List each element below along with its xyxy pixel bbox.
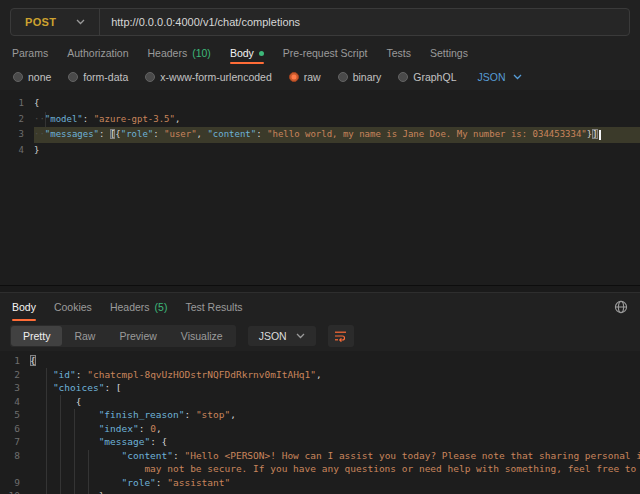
response-tab-test-results[interactable]: Test Results [185,293,242,321]
code-text: { [34,96,640,112]
view-tab-visualize[interactable]: Visualize [169,326,235,346]
code-line: 10 } [0,489,640,494]
line-number: 10 [0,489,30,494]
body-mode-selector: noneform-datax-www-form-urlencodedrawbin… [0,64,640,90]
response-tab-cookies[interactable]: Cookies [54,293,92,321]
code-token: , [175,114,180,124]
tab-label: Headers [147,47,187,59]
method-selector[interactable]: POST [11,16,99,28]
code-token: "Hello <PERSON>! How can I assist you to… [184,450,640,461]
body-mode-label: GraphQL [413,71,456,83]
body-mode-label: form-data [83,71,128,83]
line-number [0,462,30,476]
code-token: "model" [45,114,83,124]
tab-tests[interactable]: Tests [386,42,411,64]
tab-count-badge: (5) [155,301,168,313]
body-mode-label: x-www-form-urlencoded [160,71,271,83]
code-token: "azure-gpt-3.5" [94,114,175,124]
body-mode-binary[interactable]: binary [338,71,382,83]
code-token: "choices" [53,382,104,393]
tab-settings[interactable]: Settings [430,42,468,64]
postman-window: POST http://0.0.0.0:4000/v1/chat/complet… [0,0,640,494]
response-tabs: BodyCookiesHeaders(5)Test Results [12,293,243,321]
tab-label: Cookies [54,301,92,313]
tab-label: Pre-request Script [283,47,368,59]
code-line: 9 "role": "assistant" [0,476,640,490]
response-view-tabs: PrettyRawPreviewVisualize [10,325,236,347]
response-tab-headers[interactable]: Headers(5) [110,293,168,321]
view-tab-pretty[interactable]: Pretty [11,326,62,346]
language-dropdown[interactable]: JSON [477,71,521,83]
response-format-dropdown[interactable]: JSON [248,326,316,346]
code-token: { [30,396,81,407]
tab-authorization[interactable]: Authorization [67,42,128,64]
code-text: "index": 0, [30,422,640,436]
code-line: 6 "index": 0, [0,422,640,436]
network-info-button[interactable] [614,300,628,314]
radio-icon [68,72,78,82]
response-toolbar: PrettyRawPreviewVisualize JSON [0,321,640,351]
code-text: "finish_reason": "stop", [30,408,640,422]
code-text: } [34,143,640,159]
code-text: "message": { [30,435,640,449]
pane-divider[interactable] [0,285,640,293]
body-mode-x-www-form-urlencoded[interactable]: x-www-form-urlencoded [145,71,271,83]
code-token: "messages" [45,129,99,139]
code-token: ] [592,129,597,139]
code-token [30,409,99,420]
code-token [30,436,99,447]
code-token: : [83,114,94,124]
code-token: : [256,129,267,139]
code-token: "finish_reason" [99,409,185,420]
tab-label: Authorization [67,47,128,59]
code-text: { [30,354,640,368]
code-token: "role" [122,477,156,488]
tab-label: Headers [110,301,150,313]
request-body-editor[interactable]: 1{2··"model": "azure-gpt-3.5",3··"messag… [0,90,640,285]
line-number: 1 [0,96,34,112]
code-token: "assistant" [167,477,230,488]
line-number: 2 [0,368,30,382]
body-mode-raw[interactable]: raw [289,71,321,83]
code-token [30,477,122,488]
code-token: ·· [34,114,45,124]
code-token: : [76,369,87,380]
tab-pre-request-script[interactable]: Pre-request Script [283,42,368,64]
url-input[interactable]: http://0.0.0.0:4000/v1/chat/completions [100,16,311,28]
code-token: } [34,145,39,155]
code-text: may not be secure. If you have any quest… [30,462,640,476]
code-token: : [99,129,110,139]
code-line: 4} [0,143,640,159]
line-number: 7 [0,435,30,449]
code-token: , [197,129,208,139]
response-body-editor[interactable]: 1{2 "id": "chatcmpl-8qvUzHODstrNQFDdRkrn… [0,351,640,494]
method-label: POST [25,16,56,28]
code-line: 4 { [0,395,640,409]
wrap-text-icon [334,330,347,342]
tab-params[interactable]: Params [12,42,48,64]
body-mode-graphql[interactable]: GraphQL [398,71,456,83]
tab-headers[interactable]: Headers(10) [147,42,210,64]
line-number: 3 [0,127,34,143]
wrap-text-button[interactable] [328,325,354,347]
tab-label: Params [12,47,48,59]
view-tab-preview[interactable]: Preview [107,326,168,346]
tab-label: Test Results [185,301,242,313]
response-format-label: JSON [259,330,287,342]
body-mode-form-data[interactable]: form-data [68,71,128,83]
code-token: "content" [207,129,256,139]
code-token: : [ [104,382,121,393]
view-tab-raw[interactable]: Raw [62,326,107,346]
globe-icon [614,300,628,314]
response-tab-body[interactable]: Body [12,293,36,321]
text-caret [599,130,601,140]
code-token: : [184,409,195,420]
tab-label: Body [230,47,254,59]
code-token [30,423,99,434]
body-mode-none[interactable]: none [13,71,51,83]
tab-body[interactable]: Body [230,42,264,64]
line-number: 8 [0,449,30,463]
code-line: may not be secure. If you have any quest… [0,462,640,476]
response-tabs-row: BodyCookiesHeaders(5)Test Results [0,293,640,321]
radio-icon [145,72,155,82]
